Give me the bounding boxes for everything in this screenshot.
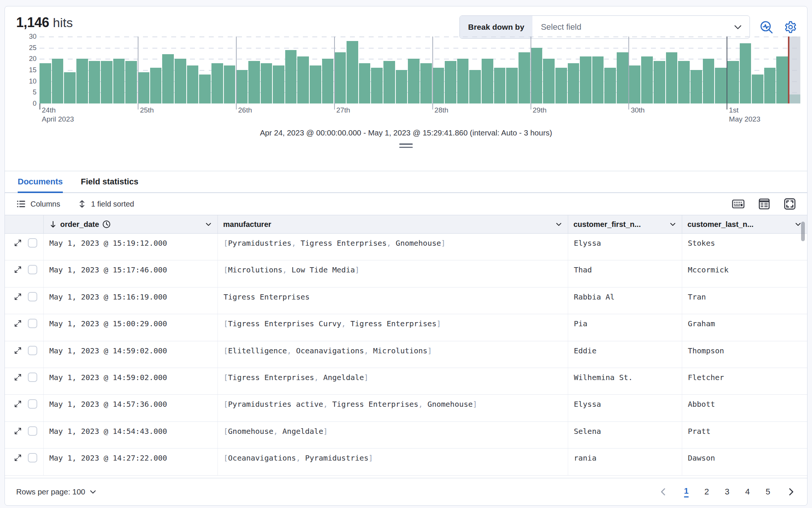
histogram-bar[interactable] xyxy=(678,61,690,103)
chevron-down-icon[interactable] xyxy=(669,221,677,228)
histogram-bar[interactable] xyxy=(322,59,334,103)
histogram-bar[interactable] xyxy=(764,68,776,103)
page-number-4[interactable]: 4 xyxy=(745,487,750,497)
histogram-bar[interactable] xyxy=(494,68,506,103)
chevron-down-icon[interactable] xyxy=(555,221,563,228)
histogram-bar[interactable] xyxy=(408,59,420,103)
gear-icon[interactable] xyxy=(784,15,797,39)
histogram-bar[interactable] xyxy=(236,70,248,103)
histogram-bar[interactable] xyxy=(715,68,727,103)
tab-documents[interactable]: Documents xyxy=(18,177,63,192)
histogram-bar[interactable] xyxy=(273,65,284,103)
histogram-bar[interactable] xyxy=(506,68,518,103)
vertical-scrollbar-thumb[interactable] xyxy=(801,222,805,241)
histogram-bar[interactable] xyxy=(555,68,567,103)
tab-field-statistics[interactable]: Field statistics xyxy=(81,177,138,192)
histogram-bar[interactable] xyxy=(592,56,604,103)
row-checkbox[interactable] xyxy=(28,292,37,301)
table-density-icon[interactable] xyxy=(758,198,770,210)
histogram-bar[interactable] xyxy=(359,63,371,103)
expand-row-icon[interactable] xyxy=(14,427,22,435)
histogram-bar[interactable] xyxy=(285,50,297,103)
histogram-bar[interactable] xyxy=(531,48,543,103)
histogram-bar[interactable] xyxy=(396,70,408,103)
row-checkbox[interactable] xyxy=(28,373,37,382)
histogram-bar[interactable] xyxy=(150,68,162,103)
breakdown-select[interactable]: Break down by Select field xyxy=(459,15,750,39)
histogram-bar[interactable] xyxy=(187,65,199,103)
histogram-bar[interactable] xyxy=(101,61,113,103)
histogram-bar[interactable] xyxy=(347,41,358,103)
inspect-icon[interactable] xyxy=(760,20,773,34)
histogram-bar[interactable] xyxy=(568,63,579,103)
expand-row-icon[interactable] xyxy=(14,239,22,247)
expand-row-icon[interactable] xyxy=(14,373,22,381)
histogram-bar[interactable] xyxy=(420,63,432,103)
expand-row-icon[interactable] xyxy=(14,454,22,462)
row-checkbox[interactable] xyxy=(28,426,37,436)
page-number-2[interactable]: 2 xyxy=(704,487,709,497)
histogram-bar[interactable] xyxy=(482,59,493,103)
sort-fields-button[interactable]: 1 field sorted xyxy=(78,199,134,208)
histogram-bar[interactable] xyxy=(211,63,223,103)
histogram-bar[interactable] xyxy=(113,59,125,103)
histogram-bar[interactable] xyxy=(40,63,51,103)
row-checkbox[interactable] xyxy=(28,265,37,274)
histogram-bar[interactable] xyxy=(727,61,739,103)
histogram-bar[interactable] xyxy=(162,54,174,103)
histogram-bar[interactable] xyxy=(310,65,321,103)
next-page-icon[interactable] xyxy=(786,487,796,497)
row-checkbox[interactable] xyxy=(28,399,37,409)
page-number-1[interactable]: 1 xyxy=(684,486,689,497)
page-number-5[interactable]: 5 xyxy=(766,487,770,497)
histogram-bar[interactable] xyxy=(740,43,751,103)
histogram-bar[interactable] xyxy=(457,59,469,103)
rows-per-page-button[interactable]: Rows per page: 100 xyxy=(16,487,97,496)
header-manufacturer[interactable]: manufacturer xyxy=(218,215,568,233)
histogram-bar[interactable] xyxy=(76,59,88,103)
chevron-down-icon[interactable] xyxy=(205,221,212,228)
histogram-bar[interactable] xyxy=(543,59,555,103)
histogram-bar[interactable] xyxy=(297,56,309,103)
histogram-bar[interactable] xyxy=(334,52,346,103)
expand-row-icon[interactable] xyxy=(14,347,22,354)
header-customer-last-name[interactable]: customer_last_n... xyxy=(682,215,807,233)
histogram-bar[interactable] xyxy=(199,75,211,103)
histogram-bar[interactable] xyxy=(469,70,481,103)
header-order-date[interactable]: order_date xyxy=(44,215,218,233)
histogram-bar[interactable] xyxy=(519,52,530,103)
histogram-bar[interactable] xyxy=(433,68,444,103)
histogram-bar[interactable] xyxy=(125,61,137,103)
expand-row-icon[interactable] xyxy=(14,319,22,327)
histogram-bar[interactable] xyxy=(629,65,641,103)
histogram-bar[interactable] xyxy=(666,52,678,103)
histogram-bar[interactable] xyxy=(175,59,186,103)
histogram-bar[interactable] xyxy=(654,61,665,103)
histogram-bar[interactable] xyxy=(776,56,788,103)
columns-button[interactable]: Columns xyxy=(16,199,60,209)
expand-row-icon[interactable] xyxy=(14,266,22,274)
row-checkbox[interactable] xyxy=(28,346,37,355)
histogram-bar[interactable] xyxy=(371,68,383,103)
row-checkbox[interactable] xyxy=(28,453,37,462)
expand-row-icon[interactable] xyxy=(14,400,22,408)
histogram-bar[interactable] xyxy=(580,56,592,103)
histogram-bar[interactable] xyxy=(261,63,272,103)
fullscreen-icon[interactable] xyxy=(784,198,796,210)
histogram-bar[interactable] xyxy=(248,61,260,103)
keyboard-icon[interactable] xyxy=(732,198,745,210)
header-customer-first-name[interactable]: customer_first_n... xyxy=(568,215,682,233)
histogram-bar[interactable] xyxy=(445,61,456,103)
histogram-bar[interactable] xyxy=(641,56,653,103)
histogram-bar[interactable] xyxy=(89,61,100,103)
histogram-bar[interactable] xyxy=(604,68,616,103)
page-number-3[interactable]: 3 xyxy=(725,487,729,497)
histogram-bar[interactable] xyxy=(224,65,236,103)
histogram-bar[interactable] xyxy=(138,72,149,103)
histogram-bar[interactable] xyxy=(690,70,702,103)
histogram-bar[interactable] xyxy=(64,72,76,103)
row-checkbox[interactable] xyxy=(28,319,37,328)
histogram-bar[interactable] xyxy=(383,61,395,103)
chevron-down-icon[interactable] xyxy=(794,221,802,228)
histogram-bar[interactable] xyxy=(752,75,763,103)
